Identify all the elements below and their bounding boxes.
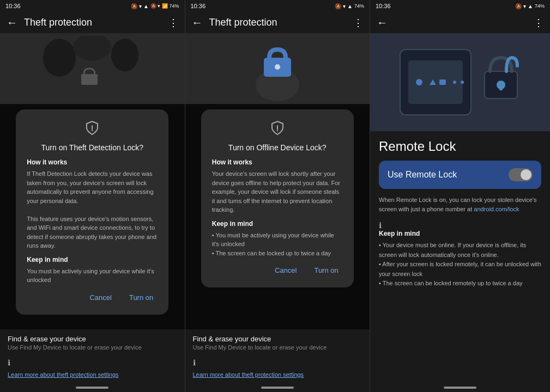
info-row-1: ℹ [8,358,177,367]
mute-icon-3: 🔕 [515,3,522,9]
info-row-2: ℹ [193,358,362,367]
page-title-2: Theft protection [209,17,347,28]
dialog-overlay-2: Turn on Offline Device Lock? How it work… [185,104,370,329]
toggle-thumb [521,169,531,180]
wifi-icon: ▾ [139,3,142,9]
hero-area-2 [185,33,370,104]
mute-icon: 🔕 [131,3,137,9]
remote-lock-toggle-card[interactable]: Use Remote Lock [379,161,541,189]
top-bar-1: ← Theft protection ⋮ [0,12,185,33]
turn-on-button-2[interactable]: Turn on [310,264,342,277]
info-link-2[interactable]: Learn more about theft protection settin… [193,371,304,378]
use-remote-lock-toggle[interactable] [509,168,533,181]
remote-lock-illustration [384,39,536,126]
how-it-works-text-2: Your device's screen will lock shortly a… [212,169,343,215]
remote-hero [370,33,550,131]
remote-content: Remote Lock Use Remote Lock When Remote … [370,131,550,383]
turn-on-button-1[interactable]: Turn on [125,291,158,304]
keep-in-mind-text-2: • You must be actively using your device… [212,231,343,258]
status-bar-3: 10:36 🔕 ▾ ▲ 74% [370,0,550,12]
status-icons-3: 🔕 ▾ ▲ 74% [515,3,545,9]
how-it-works-text-1: If Theft Detection Lock detects your dev… [27,169,158,250]
menu-button-1[interactable]: ⋮ [168,17,178,29]
dialog-title-1: Turn on Theft Detection Lock? [27,143,158,152]
status-time-2: 10:36 [191,3,206,9]
back-button-2[interactable]: ← [192,16,203,29]
keep-in-mind-title-2: Keep in mind [212,220,343,228]
back-button-1[interactable]: ← [7,16,17,29]
signal-icon: ▲ [143,3,149,9]
info-row-3: ℹ [379,221,541,230]
below-content-1: Find & erase your device Use Find My Dev… [0,329,185,383]
dialog-actions-1: Cancel Turn on [27,291,158,304]
shield-icon-1 [84,120,100,136]
svg-point-15 [453,81,456,84]
panel-content-2: Turn on Offline Device Lock? How it work… [185,104,370,329]
how-it-works-title-2: How it works [212,158,343,166]
find-erase-sub-1: Use Find My Device to locate or erase yo… [8,344,177,351]
hero-illustration-1 [38,36,147,101]
mute-icon-2: 🔕 [335,3,341,9]
remote-lock-title: Remote Lock [379,139,541,154]
remote-lock-description: When Remote Lock is on, you can lock you… [379,195,541,213]
signal-icon-3: ▲ [528,3,533,9]
info-link-row-1[interactable]: Learn more about theft protection settin… [8,371,177,378]
svg-point-12 [416,79,422,85]
keep-in-mind-text-1: You must be actively using your device w… [27,267,158,285]
find-erase-sub-2: Use Find My Device to locate or erase yo… [193,344,362,351]
status-icons-2: 🔕 ▾ ▲ 74% [335,3,364,9]
panel-offline-lock: 10:36 🔕 ▾ ▲ 74% ← Theft protection ⋮ [185,0,371,392]
svg-rect-14 [439,79,446,85]
info-icon-1: ℹ [8,358,10,367]
info-link-1[interactable]: Learn more about theft protection settin… [8,371,119,378]
android-com-lock-link[interactable]: android.com/lock [474,206,519,212]
find-erase-label-2: Find & erase your device [193,335,362,343]
dialog-icon-1 [27,120,158,138]
svg-point-1 [43,39,76,77]
hero-illustration-2 [223,36,332,101]
nav-bar-1 [76,387,108,389]
nav-bar-2 [261,387,294,389]
battery-label-1: 🔕 ▾ 📶 74% [150,3,179,9]
remote-lock-label: Use Remote Lock [388,170,457,180]
keep-in-mind-heading: Keep in mind [379,230,541,237]
status-bar-2: 10:36 🔕 ▾ ▲ 74% [185,0,370,12]
svg-point-2 [111,39,138,71]
menu-button-3[interactable]: ⋮ [534,17,543,29]
keep-in-mind-item-2: After your screen is locked remotely, it… [379,260,541,279]
status-bar-1: 10:36 🔕 ▾ ▲ 🔕 ▾ 📶 74% [0,0,185,12]
cancel-button-2[interactable]: Cancel [270,264,301,277]
top-bar-3: ← ⋮ [370,12,550,33]
dialog-overlay-1: Turn on Theft Detection Lock? How it wor… [0,104,185,329]
battery-label-2: 74% [354,3,364,9]
cancel-button-1[interactable]: Cancel [85,291,116,304]
back-button-3[interactable]: ← [377,16,388,29]
battery-label-3: 74% [535,3,545,9]
svg-point-8 [275,64,280,70]
info-link-row-2[interactable]: Learn more about theft protection settin… [193,371,362,378]
status-time-3: 10:36 [376,3,391,9]
keep-in-mind-items: Your device must be online. If your devi… [379,241,541,289]
below-content-2: Find & erase your device Use Find My Dev… [185,329,370,383]
dialog-icon-2 [212,120,343,138]
dialog-offline-lock: Turn on Offline Device Lock? How it work… [201,109,354,287]
wifi-icon-2: ▾ [343,3,346,9]
menu-button-2[interactable]: ⋮ [353,17,363,29]
panel-remote-lock: 10:36 🔕 ▾ ▲ 74% ← ⋮ [370,0,550,392]
dialog-title-2: Turn on Offline Device Lock? [212,143,343,152]
top-bar-2: ← Theft protection ⋮ [185,12,370,33]
dialog-theft-detection: Turn on Theft Detection Lock? How it wor… [16,109,168,315]
hero-area-1 [0,33,185,104]
wifi-icon-3: ▾ [523,3,526,9]
svg-point-16 [461,81,464,84]
keep-in-mind-label: Keep in mind [379,230,420,237]
shield-icon-2 [270,120,285,136]
page-title-1: Theft protection [24,17,162,28]
info-icon-2: ℹ [193,358,196,367]
status-icons-1: 🔕 ▾ ▲ 🔕 ▾ 📶 74% [131,3,179,9]
find-erase-section-2: Find & erase your device Use Find My Dev… [193,335,362,351]
info-icon-3: ℹ [379,221,382,230]
status-time-1: 10:36 [5,3,21,9]
svg-rect-4 [81,74,98,85]
dialog-actions-2: Cancel Turn on [212,264,343,277]
